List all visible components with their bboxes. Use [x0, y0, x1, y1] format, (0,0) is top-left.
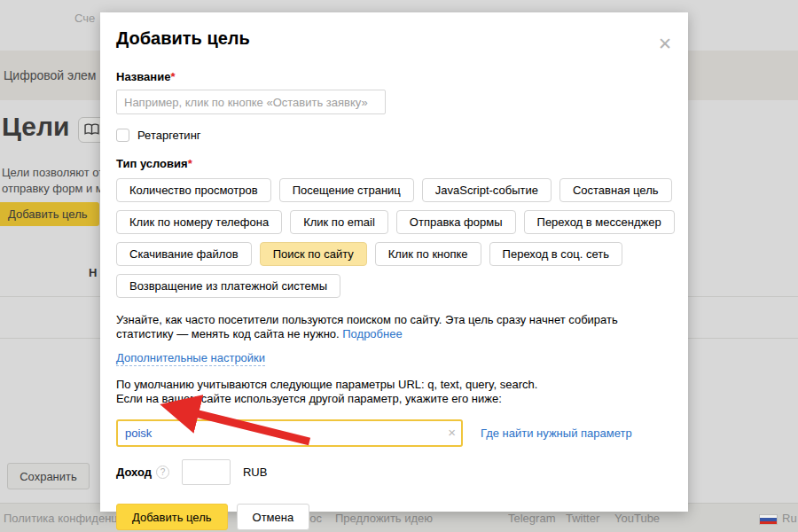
type-row-4: Возвращение из платежной системы — [116, 274, 670, 298]
type-chip-messenger[interactable]: Переход в мессенджер — [524, 210, 675, 234]
type-chip-file-download[interactable]: Скачивание файлов — [116, 242, 252, 266]
revenue-input[interactable] — [182, 459, 231, 485]
goal-name-input[interactable] — [116, 90, 386, 114]
app-root: Сче Цифровой элем Цели Цели позволяют от… — [0, 0, 798, 532]
type-chip-composite[interactable]: Составная цель — [559, 178, 672, 202]
add-goal-modal: Добавить цель ✕ Название* Ретаргетинг Ти… — [100, 12, 688, 512]
save-button[interactable]: Сохранить — [7, 463, 90, 489]
revenue-row: Доход ? RUB — [116, 459, 670, 485]
type-row-2: Клик по номеру телефона Клик по email От… — [116, 210, 670, 234]
question-icon[interactable]: ? — [156, 466, 169, 479]
type-chip-payment-return[interactable]: Возвращение из платежной системы — [116, 274, 340, 298]
cancel-button[interactable]: Отмена — [237, 504, 310, 530]
close-icon[interactable]: ✕ — [658, 35, 672, 52]
currency-label: RUB — [243, 466, 267, 479]
find-param-link[interactable]: Где найти нужный параметр — [481, 426, 632, 440]
type-chip-form-submit[interactable]: Отправка формы — [396, 210, 516, 234]
book-icon — [84, 123, 99, 137]
background-add-goal-button[interactable]: Добавить цель — [0, 202, 99, 226]
goals-description-line2: отправку форм и м — [2, 182, 104, 195]
modal-title: Добавить цель — [116, 28, 670, 49]
retargeting-label: Ретаргетинг — [137, 129, 201, 142]
search-param-input[interactable] — [116, 419, 463, 447]
top-nav-item-truncated[interactable]: Сче — [74, 12, 95, 25]
modal-actions: Добавить цель Отмена — [116, 504, 670, 530]
goals-description-line1: Цели позволяют от — [2, 166, 104, 179]
type-chip-pageviews[interactable]: Количество просмотров — [116, 178, 271, 202]
url-params-line2: Если на вашем сайте используется другой … — [116, 392, 670, 406]
type-chip-js-event[interactable]: JavaScript-событие — [422, 178, 552, 202]
type-chip-button-click[interactable]: Клик по кнопке — [375, 242, 481, 266]
name-label: Название* — [116, 70, 670, 83]
name-label-text: Название — [116, 70, 170, 83]
table-header-name: Н — [89, 266, 97, 279]
retargeting-row: Ретаргетинг — [116, 129, 670, 142]
type-chip-site-search-selected[interactable]: Поиск по сайту — [260, 242, 367, 266]
condition-type-label: Тип условия* — [116, 157, 670, 170]
learn-more-link[interactable]: Подробнее — [342, 327, 402, 340]
type-chip-email-click[interactable]: Клик по email — [290, 210, 388, 234]
language-flag-icon — [759, 514, 778, 525]
required-asterisk: * — [188, 157, 192, 170]
retargeting-checkbox[interactable] — [116, 129, 129, 142]
page-title: Цели — [2, 112, 69, 142]
type-info-text: Узнайте, как часто посетители пользуются… — [116, 313, 677, 341]
type-chip-phone-click[interactable]: Клик по номеру телефона — [116, 210, 282, 234]
param-input-row: × Где найти нужный параметр — [116, 419, 670, 447]
url-params-line1: По умолчанию учитываются следующие парам… — [116, 378, 670, 392]
submit-add-goal-button[interactable]: Добавить цель — [116, 504, 228, 530]
type-row-3: Скачивание файлов Поиск по сайту Клик по… — [116, 242, 670, 266]
language-switcher[interactable]: Ru — [782, 512, 797, 525]
type-row-1: Количество просмотров Посещение страниц … — [116, 178, 670, 202]
type-chip-page-visit[interactable]: Посещение страниц — [279, 178, 414, 202]
param-input-wrap: × — [116, 419, 463, 447]
clear-input-icon[interactable]: × — [448, 425, 456, 440]
url-params-text: По умолчанию учитываются следующие парам… — [116, 378, 670, 406]
revenue-label: Доход — [116, 466, 152, 479]
required-asterisk: * — [170, 70, 175, 83]
advanced-settings-link[interactable]: Дополнительные настройки — [116, 351, 265, 366]
type-chip-social[interactable]: Переход в соц. сеть — [489, 242, 622, 266]
condition-type-label-text: Тип условия — [116, 157, 188, 170]
counter-name-label: Цифровой элем — [4, 68, 96, 82]
